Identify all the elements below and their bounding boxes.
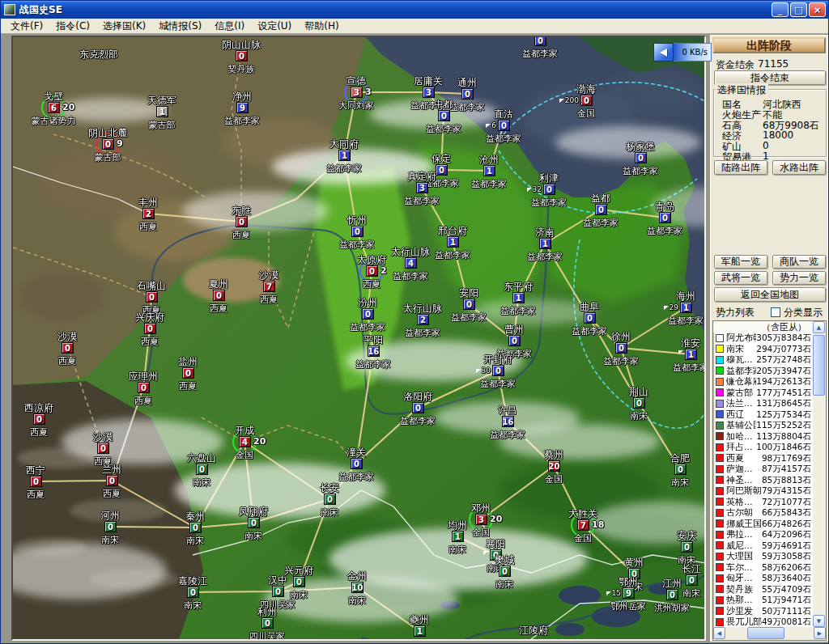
city-flag[interactable]: 0 [213, 290, 225, 301]
horizontal-scrollbar[interactable]: ◀ ▶ [713, 627, 826, 640]
city-flag[interactable]: 0 [686, 574, 698, 586]
faction-row[interactable]: 威尼...59万4691石 [713, 540, 813, 552]
city-flag[interactable]: 0 [584, 312, 596, 324]
faction-row[interactable]: 挪威王国66万4826石 [713, 519, 813, 530]
city-flag[interactable]: 4 [239, 436, 251, 447]
menu-item-6[interactable]: 帮助(H) [298, 19, 345, 34]
city-flag[interactable]: 0 [97, 443, 109, 454]
city-flag[interactable]: 20 [548, 460, 560, 472]
city-flag[interactable]: 0 [580, 95, 593, 106]
city-flag[interactable]: 0 [499, 566, 511, 577]
city-flag[interactable]: 1 [156, 106, 168, 117]
faction-row[interactable]: 拜占...100万1846石 [713, 442, 813, 453]
city-flag[interactable]: 0 [543, 184, 555, 195]
city-flag[interactable]: 3 [423, 87, 435, 98]
faction-row[interactable]: 神圣...85万8813石 [713, 475, 813, 486]
city-flag[interactable]: 0 [461, 88, 474, 100]
city-flag[interactable]: 0 [490, 549, 502, 561]
city-flag[interactable]: 0 [628, 568, 640, 579]
city-flag[interactable]: 2 [417, 314, 429, 325]
city-flag[interactable]: 0 [436, 164, 448, 176]
city-flag[interactable]: 0 [187, 587, 199, 598]
menu-item-5[interactable]: 设定(U) [251, 19, 298, 34]
city-flag[interactable]: 0 [366, 265, 378, 277]
classify-checkbox[interactable] [771, 307, 780, 317]
city-flag[interactable]: 2 [142, 208, 155, 219]
city-flag[interactable]: 0 [102, 138, 114, 150]
faction-row[interactable]: 萨迦...87万4157石 [713, 464, 813, 475]
city-flag[interactable]: 9 [236, 102, 249, 113]
faction-row[interactable]: 古尔朝66万5843石 [713, 507, 813, 519]
faction-row[interactable]: 西夏98万1769石 [713, 453, 813, 464]
city-flag[interactable]: 3 [475, 514, 487, 525]
city-flag[interactable]: 0 [412, 402, 424, 413]
city-flag[interactable]: 0 [106, 475, 118, 486]
vertical-scroll-thumb[interactable] [813, 335, 825, 396]
city-flag[interactable]: 0 [236, 216, 248, 227]
city-flag[interactable]: 1 [685, 349, 697, 360]
city-flag[interactable]: 0 [261, 617, 274, 629]
city-flag[interactable]: 0 [144, 323, 156, 334]
faction-row[interactable]: 阿巴斯朝79万4315石 [713, 485, 813, 497]
scroll-left-button[interactable]: ◀ [713, 627, 725, 639]
faction-row[interactable]: 基辅公国115万5252石 [713, 420, 813, 431]
sea-deploy-button[interactable]: 水路出阵 [772, 160, 826, 175]
city-flag[interactable]: 0 [196, 464, 208, 475]
city-flag[interactable]: 0 [248, 517, 260, 528]
warship-list-button[interactable]: 军船一览 [714, 255, 767, 269]
menu-item-1[interactable]: 指令(C) [49, 19, 96, 34]
faction-row[interactable]: 沙里发50万7111石 [713, 606, 813, 617]
city-flag[interactable]: 0 [633, 397, 645, 409]
city-flag[interactable]: 10 [351, 582, 363, 593]
city-flag[interactable]: 1 [447, 236, 459, 248]
faction-row[interactable]: 阿尤布朝305万8384石 [713, 333, 813, 344]
land-deploy-button[interactable]: 陆路出阵 [714, 160, 767, 175]
menu-item-0[interactable]: 文件(F) [4, 19, 49, 34]
city-flag[interactable]: 0 [30, 476, 42, 487]
faction-row[interactable]: 契丹族55万4709石 [713, 584, 813, 595]
city-flag[interactable]: 1 [512, 292, 525, 303]
title-bar[interactable]: 战国史SE _ □ × [1, 1, 828, 19]
city-flag[interactable]: 0 [534, 36, 546, 46]
city-flag[interactable]: 0 [293, 576, 305, 587]
city-flag[interactable]: 6 [48, 102, 60, 113]
faction-row[interactable]: 大理国59万3058石 [713, 551, 813, 562]
faction-row[interactable]: 畏兀儿部49万0081石 [713, 616, 813, 627]
faction-row[interactable]: 西辽125万7534石 [713, 409, 813, 421]
city-flag[interactable]: 4 [405, 257, 417, 269]
city-flag[interactable]: 16 [368, 345, 380, 357]
city-flag[interactable]: 0 [659, 212, 671, 223]
faction-row[interactable]: 穆瓦...257万2748石 [713, 354, 813, 366]
city-flag[interactable]: 0 [272, 586, 284, 597]
city-flag[interactable]: 16 [502, 416, 514, 427]
city-flag[interactable]: 0 [189, 522, 202, 533]
city-flag[interactable]: 1 [539, 238, 551, 249]
general-list-button[interactable]: 武将一览 [714, 271, 767, 285]
scroll-up-button[interactable]: ▲ [813, 321, 825, 333]
city-flag[interactable]: 7 [577, 519, 589, 531]
city-flag[interactable]: 0 [674, 464, 687, 475]
faction-row[interactable]: 英格...72万1077石 [713, 497, 813, 508]
city-flag[interactable]: 1 [414, 625, 426, 637]
city-flag[interactable]: 3 [351, 87, 363, 98]
faction-row[interactable]: 镰仓幕府194万2613石 [713, 376, 813, 388]
menu-item-3[interactable]: 城情报(S) [152, 19, 208, 34]
menu-item-2[interactable]: 选择国(K) [96, 19, 152, 34]
city-flag[interactable]: 7 [263, 281, 275, 292]
city-flag[interactable]: 0 [498, 120, 510, 131]
city-flag[interactable]: 1 [483, 165, 495, 176]
faction-row[interactable]: 匈牙...58万3640石 [713, 573, 813, 584]
city-flag[interactable]: 0 [595, 204, 607, 215]
faction-row[interactable]: 热那...51万9471石 [713, 595, 813, 606]
city-flag[interactable]: 1 [452, 531, 464, 542]
city-flag[interactable]: 0 [666, 589, 678, 600]
faction-row[interactable]: 弗拉...64万2096石 [713, 529, 813, 540]
map-viewport[interactable]: 6戈壁蒙古诸势力201天德军蒙古部0阴山北麓蒙古部90阴山山脉契丹族9净州益都李… [11, 36, 706, 641]
city-flag[interactable]: 1 [338, 150, 351, 161]
city-flag[interactable]: 0 [438, 110, 450, 121]
city-flag[interactable]: 0 [362, 308, 374, 320]
scroll-right-button[interactable]: ▶ [814, 627, 826, 639]
city-flag[interactable]: 0 [138, 382, 150, 393]
vertical-scrollbar[interactable]: ▲ ▼ [813, 321, 826, 627]
faction-row[interactable]: 加哈...113万8804石 [713, 431, 813, 443]
